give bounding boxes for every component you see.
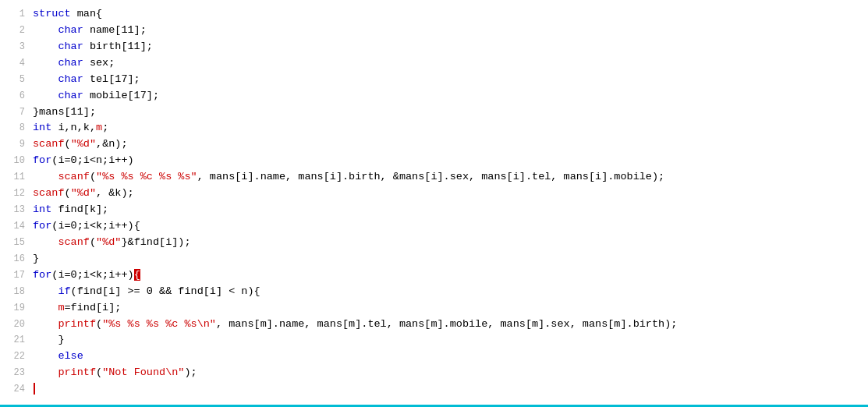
code-line: 4 char sex; [0, 55, 868, 72]
code-content: printf("Not Found\n"); [33, 365, 197, 381]
line-number: 11 [3, 170, 25, 185]
string-token: "%d" [96, 236, 121, 248]
code-content: printf("%s %s %s %c %s\n", mans[m].name,… [33, 317, 677, 333]
plain-token [33, 41, 58, 52]
code-line: 8int i,n,k,m; [0, 120, 868, 136]
function-token: scanf [33, 187, 65, 199]
code-content: char tel[17]; [33, 72, 140, 88]
keyword-token: if [58, 285, 70, 297]
line-number: 13 [3, 203, 25, 218]
plain-token [33, 318, 58, 330]
code-line: 9scanf("%d",&n); [0, 136, 868, 153]
plain-token: find[k]; [51, 204, 108, 215]
plain-token [33, 73, 58, 85]
plain-token: } [58, 334, 64, 345]
line-number: 7 [3, 105, 25, 120]
line-number: 23 [3, 366, 25, 380]
line-number: 8 [3, 121, 25, 136]
plain-token [33, 236, 58, 248]
plain-token [33, 350, 58, 362]
code-line: 19 m=find[i]; [0, 300, 868, 317]
plain-token: birth[11]; [83, 41, 153, 52]
plain-token [33, 57, 58, 69]
keyword-token: for [33, 269, 51, 281]
plain-token: { [96, 8, 102, 19]
code-line: 14for(i=0;i<k;i++){ [0, 218, 868, 235]
line-number: 4 [3, 56, 25, 71]
code-content: scanf("%d", &k); [33, 186, 134, 202]
line-number: 21 [3, 333, 25, 348]
line-number: 3 [3, 40, 25, 55]
string-token: "%s %s %s %c %s\n" [102, 318, 216, 330]
line-number: 24 [3, 382, 25, 397]
plain-token: ); [184, 366, 197, 378]
plain-token: ( [90, 171, 96, 182]
code-content: char mobile[17]; [33, 88, 159, 104]
code-content: char sex; [33, 55, 115, 72]
plain-token [33, 90, 58, 101]
highlighted-token: { [134, 269, 140, 281]
plain-token: , mans[m].name, mans[m].tel, mans[m].mob… [216, 318, 677, 330]
string-token: "Not Found\n" [102, 366, 184, 378]
plain-token: ( [96, 318, 102, 330]
keyword-token: char [58, 57, 83, 69]
plain-token [33, 285, 58, 297]
code-content: for(i=0;i<n;i++) [33, 153, 134, 169]
plain-token [33, 302, 58, 313]
plain-token: mans[11]; [39, 106, 96, 118]
keyword-token: char [58, 73, 83, 85]
plain-token: mobile[17]; [83, 90, 159, 101]
string-token: "%s %s %c %s %s" [96, 171, 197, 182]
code-content: for(i=0;i<k;i++){ [33, 267, 140, 284]
code-line: 17for(i=0;i<k;i++){ [0, 267, 868, 284]
code-line: 1struct man{ [0, 6, 868, 23]
code-line: 11 scanf("%s %s %c %s %s", mans[i].name,… [0, 169, 868, 186]
code-line: 6 char mobile[17]; [0, 88, 868, 104]
line-number: 5 [3, 73, 25, 87]
plain-token [33, 171, 58, 182]
code-line: 16} [0, 251, 868, 267]
plain-token: }&find[i]); [121, 236, 190, 248]
plain-token: ( [65, 187, 71, 199]
code-line: 20 printf("%s %s %s %c %s\n", mans[m].na… [0, 317, 868, 333]
code-editor: 1struct man{2 char name[11];3 char birth… [0, 0, 868, 407]
plain-token: (i=0;i<n;i++) [51, 154, 133, 166]
keyword-token: char [58, 41, 83, 52]
line-number: 12 [3, 186, 25, 201]
plain-token: tel[17]; [83, 73, 140, 85]
function-token: scanf [58, 236, 90, 248]
code-line: 10for(i=0;i<n;i++) [0, 153, 868, 169]
plain-token: (i=0;i<k;i++){ [51, 220, 140, 232]
function-token: scanf [58, 171, 90, 182]
code-line: 15 scanf("%d"}&find[i]); [0, 235, 868, 251]
code-content [33, 381, 35, 398]
plain-token: (i=0;i<k;i++) [51, 269, 133, 281]
code-content: char birth[11]; [33, 39, 153, 55]
plain-token: ,&n); [96, 138, 128, 150]
plain-token: , &k); [96, 187, 134, 199]
code-line: 21 } [0, 332, 868, 349]
keyword-token: struct [33, 8, 71, 19]
plain-token [33, 334, 58, 345]
plain-token: } [33, 106, 39, 118]
plain-token: ; [102, 122, 108, 133]
keyword-token: int [33, 122, 51, 133]
variable-token: m [96, 122, 102, 133]
function-token: scanf [33, 138, 65, 150]
code-line: 23 printf("Not Found\n"); [0, 365, 868, 381]
code-line: 22 else [0, 349, 868, 365]
code-content: int find[k]; [33, 202, 108, 218]
code-line: 24 [0, 381, 868, 398]
plain-token: } [33, 253, 39, 264]
code-content: scanf("%s %s %c %s %s", mans[i].name, ma… [33, 169, 664, 186]
line-number: 1 [3, 7, 25, 22]
plain-token: i,n,k, [51, 122, 96, 133]
line-number: 18 [3, 285, 25, 299]
code-content: else [33, 349, 83, 365]
variable-token: m [58, 302, 64, 313]
string-token: " [90, 138, 96, 150]
string-token: "%d" [71, 187, 96, 199]
plain-token: ( [96, 366, 102, 378]
code-content: for(i=0;i<k;i++){ [33, 218, 140, 235]
keyword-token: char [58, 24, 83, 36]
